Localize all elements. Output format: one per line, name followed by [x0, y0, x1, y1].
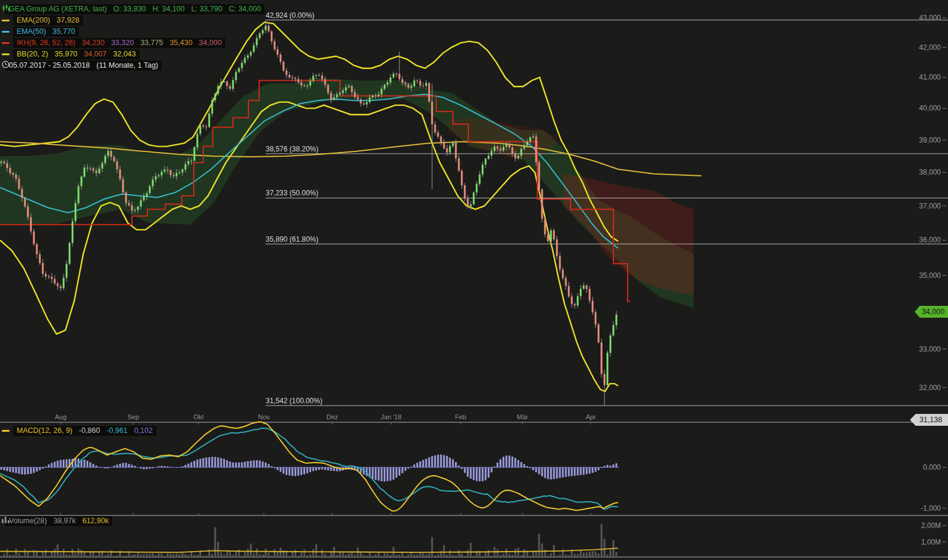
legend-segment: 35,430 — [169, 39, 192, 47]
last-price-tag: 34,000 — [915, 306, 948, 318]
axis-label: Dez — [326, 413, 338, 420]
axis-label: 35,890 (61.80%) — [266, 235, 319, 243]
ema50-row[interactable]: EMA(50)35,770 — [2, 27, 79, 37]
axis-label: Aug — [55, 413, 67, 420]
legend-segment: GEA Group AG (XETRA, last) — [9, 5, 107, 13]
axis-label: Sep — [127, 413, 139, 420]
legend-segment: MACD(12, 26, 9) — [17, 426, 73, 435]
axis-label: Okt — [193, 413, 203, 420]
axis-label: 37,000 — [919, 202, 941, 210]
macd-plot-area[interactable] — [0, 422, 882, 514]
legend-segment: 33,320 — [111, 39, 134, 47]
legend-text: MACD(12, 26, 9)-0,860-0,9610,102 — [13, 426, 156, 436]
axis-label: 42,924 (0.00%) — [266, 11, 314, 20]
axis-label: Jan '18 — [380, 413, 401, 420]
axis-label: 33,000 — [919, 345, 941, 353]
legend-segment: 612,90k — [82, 517, 108, 525]
ema200-row[interactable]: EMA(200)37,928 — [2, 15, 83, 26]
axis-label: 42,000 — [919, 43, 941, 52]
legend-text: 05.07.2017 - 25.05.2018(11 Monate, 1 Tag… — [5, 61, 162, 71]
legend-segment: EMA(50) — [17, 27, 46, 36]
legend-segment: 33,775 — [140, 39, 163, 47]
axis-label: 41,000 — [919, 73, 941, 81]
volume-row[interactable]: Volume(28)38,97k612,90k — [2, 516, 112, 526]
legend-segment: Volume(28) — [9, 517, 47, 525]
axis-label: 2,00M — [921, 521, 941, 530]
series-row[interactable]: GEA Group AG (XETRA, last)O: 33,830H: 34… — [2, 4, 264, 14]
axis-label: 1,00M — [921, 538, 941, 546]
axis-label: 43,000 — [919, 14, 941, 22]
legend-text: BB(20, 2)35,97034,00732,043 — [13, 49, 140, 59]
legend-segment: 35,770 — [52, 27, 75, 36]
price-axis[interactable] — [882, 0, 948, 560]
legend-segment: EMA(200) — [17, 16, 50, 24]
legend-segment: 32,043 — [113, 50, 136, 58]
legend-text: EMA(200)37,928 — [13, 15, 83, 26]
axis-label: 31,542 (100.00%) — [266, 397, 322, 405]
legend-segment: 05.07.2017 - 25.05.2018 — [9, 61, 90, 69]
legend-text: GEA Group AG (XETRA, last)O: 33,830H: 34… — [5, 4, 264, 14]
axis-label: 32,000 — [919, 384, 941, 392]
legend-segment: 37,928 — [56, 16, 79, 24]
axis-label: 40,000 — [919, 104, 941, 112]
ikh-row[interactable]: IKH(9, 26, 52, 26)34,23033,32033,77535,4… — [2, 38, 225, 48]
daterange-row[interactable]: 05.07.2017 - 25.05.2018(11 Monate, 1 Tag… — [2, 61, 162, 71]
legend-segment: L: 33,790 — [191, 5, 222, 13]
legend-segment: IKH(9, 26, 52, 26) — [17, 39, 75, 47]
legend-text: Volume(28)38,97k612,90k — [5, 516, 112, 526]
axis-label: Feb — [455, 413, 467, 420]
legend-segment: 38,97k — [53, 517, 76, 525]
axis-label: 36,000 — [919, 236, 941, 244]
axis-label: Apr — [585, 413, 596, 420]
axis-label: Nov — [258, 413, 270, 420]
line-swatch-icon — [2, 20, 10, 21]
legend-segment: 34,000 — [199, 39, 222, 47]
line-swatch-icon — [2, 53, 10, 55]
legend-segment: C: 34,000 — [229, 5, 261, 13]
legend-text: IKH(9, 26, 52, 26)34,23033,32033,77535,4… — [13, 38, 225, 48]
range-bottom-tag: 31,138 — [910, 414, 948, 426]
legend-segment: O: 33,830 — [114, 5, 146, 13]
legend-segment: -0,860 — [79, 426, 100, 435]
legend-segment: 35,970 — [55, 50, 77, 58]
axis-label: 38,576 (38.20%) — [266, 145, 319, 153]
chart-canvas[interactable]: 42,924 (0.00%)38,576 (38.20%)37,233 (50.… — [0, 0, 948, 560]
axis-label: 37,233 (50.00%) — [266, 189, 319, 197]
axis-label: 38,000 — [919, 168, 941, 176]
axis-label: 0,000 — [923, 463, 941, 472]
line-swatch-icon — [2, 31, 10, 33]
legend-segment: 34,007 — [84, 50, 106, 58]
line-swatch-icon — [2, 430, 10, 432]
axis-label: Mär — [517, 413, 528, 420]
macd-row[interactable]: MACD(12, 26, 9)-0,860-0,9610,102 — [2, 426, 156, 436]
legend-segment: BB(20, 2) — [17, 50, 48, 58]
trading-chart-window: 42,924 (0.00%)38,576 (38.20%)37,233 (50.… — [0, 0, 948, 560]
axis-label: -1,000 — [921, 504, 941, 512]
line-swatch-icon — [2, 42, 10, 44]
legend-segment: -0,961 — [106, 426, 127, 435]
bb-row[interactable]: BB(20, 2)35,97034,00732,043 — [2, 49, 140, 59]
legend-segment: (11 Monate, 1 Tag) — [96, 61, 158, 69]
legend-segment: 0,102 — [134, 426, 153, 435]
axis-label: 35,000 — [919, 271, 941, 280]
axis-label: 39,000 — [919, 136, 941, 144]
legend-segment: 34,230 — [82, 39, 105, 47]
legend-segment: H: 34,100 — [153, 5, 185, 13]
legend-text: EMA(50)35,770 — [13, 27, 79, 37]
